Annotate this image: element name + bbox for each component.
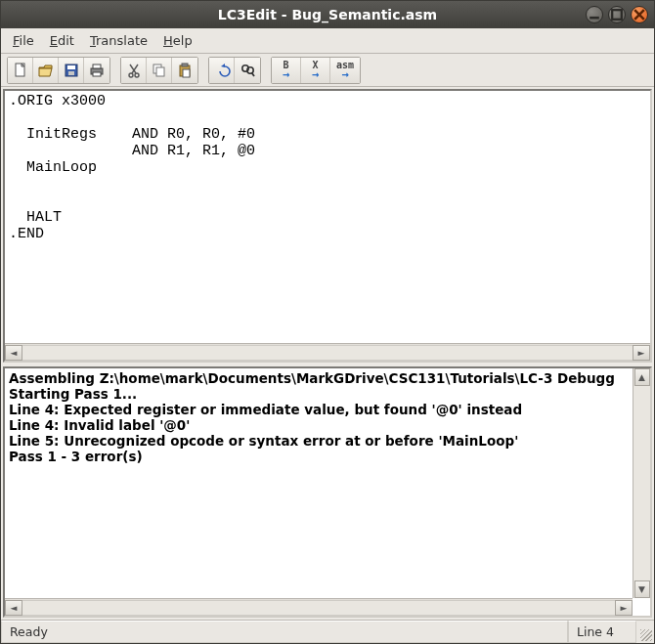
svg-line-22	[252, 72, 255, 76]
statusbar: Ready Line 4	[1, 620, 654, 643]
menu-help[interactable]: Help	[157, 31, 198, 50]
toolbar-group-search	[208, 57, 261, 84]
save-icon	[63, 62, 80, 79]
svg-point-13	[129, 73, 133, 77]
cut-icon	[125, 62, 143, 79]
scroll-up-button[interactable]: ▲	[634, 368, 650, 386]
svg-rect-10	[93, 72, 101, 76]
maximize-button[interactable]	[608, 6, 626, 23]
scroll-left-button[interactable]: ◄	[5, 600, 22, 616]
scroll-right-button[interactable]: ►	[633, 345, 650, 361]
assembler-output[interactable]: Assembling Z:\home\mark\Documents\MarkGD…	[5, 368, 633, 598]
print-button[interactable]	[84, 58, 109, 83]
undo-icon	[213, 62, 231, 79]
save-button[interactable]	[59, 58, 84, 83]
copy-icon	[151, 62, 168, 79]
arrow-icon: →	[341, 69, 348, 79]
toolbar-group-assemble: B→ X→ asm→	[271, 57, 361, 84]
scroll-track[interactable]	[633, 386, 650, 580]
toolbar-group-file	[7, 57, 110, 84]
menubar: File Edit Translate Help	[1, 28, 654, 54]
editor-pane: .ORIG x3000 InitRegs AND R0, R0, #0 AND …	[3, 89, 652, 363]
minimize-button[interactable]	[586, 6, 603, 23]
new-button[interactable]	[8, 58, 33, 83]
menu-translate[interactable]: Translate	[84, 31, 153, 50]
scroll-track[interactable]	[22, 600, 615, 616]
find-button[interactable]	[235, 58, 260, 83]
paste-icon	[176, 62, 194, 79]
arrow-icon: →	[283, 69, 289, 79]
assemble-x-button[interactable]: X→	[301, 58, 330, 83]
output-pane: Assembling Z:\home\mark\Documents\MarkGD…	[3, 366, 652, 618]
editor-hscrollbar[interactable]: ◄ ►	[5, 343, 650, 361]
assemble-b-button[interactable]: B→	[272, 58, 301, 83]
paste-button[interactable]	[172, 58, 197, 83]
scroll-left-button[interactable]: ◄	[5, 345, 22, 361]
open-icon	[37, 62, 55, 79]
svg-point-14	[135, 73, 139, 77]
assemble-asm-button[interactable]: asm→	[330, 58, 360, 83]
svg-rect-6	[67, 65, 75, 69]
menu-edit[interactable]: Edit	[44, 31, 80, 50]
print-icon	[88, 62, 106, 79]
window-controls	[586, 6, 648, 23]
toolbar: B→ X→ asm→	[1, 54, 654, 87]
svg-rect-19	[183, 69, 190, 77]
svg-rect-18	[182, 64, 188, 66]
window-title: LC3Edit - Bug_Semantic.asm	[1, 7, 654, 22]
copy-button[interactable]	[147, 58, 172, 83]
close-icon	[632, 7, 647, 22]
find-icon	[239, 62, 256, 79]
new-icon	[12, 62, 29, 79]
code-editor[interactable]: .ORIG x3000 InitRegs AND R0, R0, #0 AND …	[5, 91, 650, 343]
cut-button[interactable]	[121, 58, 147, 83]
scroll-right-button[interactable]: ►	[615, 600, 633, 616]
output-vscrollbar[interactable]: ▲ ▼	[633, 368, 650, 598]
menu-file[interactable]: File	[7, 31, 40, 50]
scroll-down-button[interactable]: ▼	[634, 580, 650, 598]
svg-rect-16	[156, 67, 164, 76]
app-window: LC3Edit - Bug_Semantic.asm File Edit Tra…	[0, 0, 655, 644]
svg-rect-9	[93, 64, 101, 68]
status-line: Line 4	[568, 621, 636, 643]
open-button[interactable]	[33, 58, 59, 83]
scroll-track[interactable]	[22, 345, 633, 361]
svg-rect-7	[68, 71, 74, 75]
undo-button[interactable]	[209, 58, 235, 83]
output-hscrollbar[interactable]: ◄ ►	[5, 598, 633, 616]
toolbar-group-edit	[120, 57, 198, 84]
svg-rect-1	[612, 10, 622, 20]
close-button[interactable]	[631, 6, 648, 23]
resize-grip[interactable]	[636, 621, 654, 643]
titlebar[interactable]: LC3Edit - Bug_Semantic.asm	[1, 1, 654, 28]
status-left: Ready	[1, 621, 568, 643]
arrow-icon: →	[312, 69, 319, 79]
minimize-icon	[587, 7, 602, 22]
maximize-icon	[609, 7, 625, 22]
